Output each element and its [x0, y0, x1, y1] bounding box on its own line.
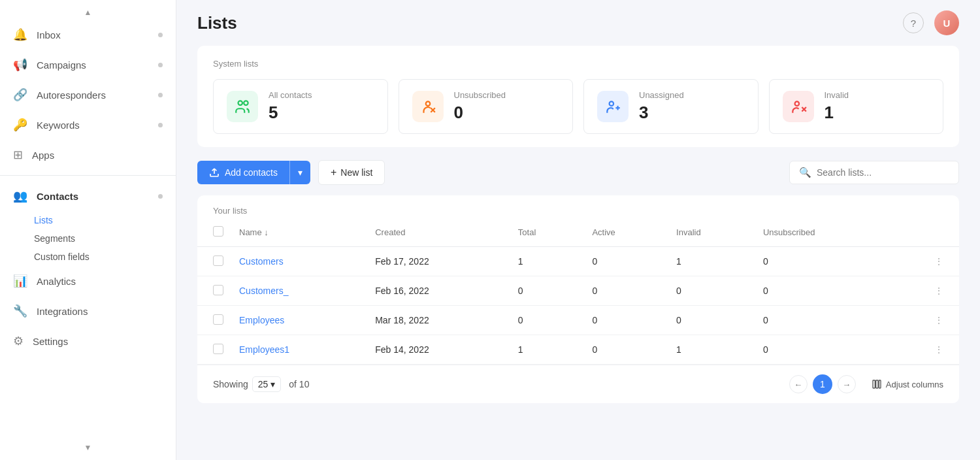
row-name[interactable]: Employees1 — [229, 335, 365, 365]
row-created: Feb 14, 2022 — [365, 335, 508, 365]
chevron-down-icon: ▾ — [298, 167, 302, 178]
row-actions[interactable]: ⋮ — [892, 306, 959, 335]
sidebar-divider — [0, 175, 176, 176]
row-unsubscribed: 0 — [753, 306, 892, 335]
add-contacts-dropdown[interactable]: ▾ — [290, 161, 310, 184]
sidebar-item-apps[interactable]: ⊞ Apps — [0, 140, 176, 170]
header-name[interactable]: Name ↓ — [229, 218, 365, 247]
header-active[interactable]: Active — [581, 218, 666, 247]
header-unsubscribed[interactable]: Unsubscribed — [753, 218, 892, 247]
system-list-unassigned[interactable]: Unassigned 3 — [583, 79, 759, 134]
sidebar-item-keywords[interactable]: 🔑 Keywords — [0, 110, 176, 140]
next-page-button[interactable]: → — [838, 375, 856, 393]
system-list-unsubscribed[interactable]: Unsubscribed 0 — [399, 79, 574, 134]
new-list-button[interactable]: + New list — [318, 160, 385, 185]
row-checkbox[interactable] — [213, 344, 223, 354]
integrations-icon: 🔧 — [13, 304, 27, 318]
unsubscribed-icon — [412, 91, 444, 122]
row-unsubscribed: 0 — [753, 335, 892, 365]
header-created[interactable]: Created — [365, 218, 508, 247]
row-invalid: 0 — [666, 306, 753, 335]
sidebar-item-custom-fields[interactable]: Custom fields — [0, 248, 176, 266]
row-checkbox[interactable] — [213, 285, 223, 295]
row-checkbox-cell — [197, 276, 229, 306]
main-content: Lists ? U System lists All contacts — [176, 0, 980, 460]
all-contacts-count: 5 — [269, 103, 312, 123]
sidebar-item-integrations[interactable]: 🔧 Integrations — [0, 296, 176, 326]
unassigned-count: 3 — [639, 103, 684, 123]
unassigned-icon — [597, 91, 629, 122]
sidebar-item-label: Settings — [33, 336, 68, 347]
add-contacts-button[interactable]: Add contacts ▾ — [197, 161, 310, 184]
total-col-label: Total — [518, 227, 536, 237]
pagination: ← 1 → — [789, 374, 856, 394]
autoresponders-dot — [158, 93, 163, 97]
sidebar-item-autoresponders[interactable]: 🔗 Autoresponders — [0, 80, 176, 110]
help-button[interactable]: ? — [903, 12, 924, 33]
sidebar-item-inbox[interactable]: 🔔 Inbox — [0, 20, 176, 50]
prev-page-button[interactable]: ← — [789, 375, 808, 393]
toolbar: Add contacts ▾ + New list 🔍 — [197, 160, 959, 185]
row-name[interactable]: Customers — [229, 247, 365, 276]
sidebar-item-analytics[interactable]: 📊 Analytics — [0, 266, 176, 296]
settings-icon: ⚙ — [13, 334, 24, 348]
chevron-down-icon: ▾ — [270, 379, 275, 389]
keywords-dot — [158, 123, 163, 127]
custom-fields-label: Custom fields — [34, 252, 90, 262]
row-active: 0 — [581, 306, 666, 335]
page-title: Lists — [197, 13, 237, 33]
adjust-columns-button[interactable]: Adjust columns — [872, 379, 943, 389]
apps-icon: ⊞ — [13, 148, 23, 162]
add-contacts-main: Add contacts — [197, 161, 289, 184]
header-total[interactable]: Total — [508, 218, 582, 247]
row-checkbox[interactable] — [213, 314, 223, 325]
plus-icon: + — [331, 167, 336, 178]
row-checkbox[interactable] — [213, 255, 223, 266]
new-list-label: New list — [340, 167, 372, 178]
row-active: 0 — [581, 276, 666, 306]
sidebar-item-campaigns[interactable]: 📢 Campaigns — [0, 50, 176, 80]
invalid-info: Invalid 1 — [825, 90, 849, 123]
help-icon: ? — [911, 18, 916, 29]
scroll-down-arrow[interactable]: ▼ — [0, 440, 176, 455]
table-footer: Showing 25 ▾ of 10 ← 1 → Adjust — [197, 365, 959, 403]
header-invalid[interactable]: Invalid — [666, 218, 753, 247]
select-all-checkbox[interactable] — [213, 226, 223, 237]
system-list-invalid[interactable]: Invalid 1 — [769, 79, 944, 134]
sidebar-item-label: Apps — [32, 150, 54, 161]
row-created: Mar 18, 2022 — [365, 306, 508, 335]
avatar[interactable]: U — [934, 10, 959, 35]
inbox-icon: 🔔 — [13, 27, 27, 42]
svg-rect-12 — [876, 380, 878, 388]
campaigns-icon: 📢 — [13, 58, 27, 72]
row-actions[interactable]: ⋮ — [892, 247, 959, 276]
system-list-all-contacts[interactable]: All contacts 5 — [213, 79, 388, 134]
row-active: 0 — [581, 247, 666, 276]
lists-table: Name ↓ Created Total Active — [197, 218, 959, 365]
sidebar-item-lists[interactable]: Lists — [0, 211, 176, 229]
row-total: 0 — [508, 306, 582, 335]
sidebar-item-contacts[interactable]: 👥 Contacts — [0, 181, 176, 211]
table-header: Name ↓ Created Total Active — [197, 218, 959, 247]
svg-rect-13 — [879, 380, 881, 388]
your-lists-title: Your lists — [197, 195, 959, 216]
header-actions: ? U — [903, 10, 959, 35]
row-actions[interactable]: ⋮ — [892, 276, 959, 306]
row-actions[interactable]: ⋮ — [892, 335, 959, 365]
per-page-select[interactable]: 25 ▾ — [252, 376, 282, 392]
row-invalid: 0 — [666, 276, 753, 306]
sidebar-item-segments[interactable]: Segments — [0, 229, 176, 248]
search-lists-input[interactable] — [817, 167, 949, 178]
page-1-button[interactable]: 1 — [813, 374, 832, 394]
sidebar-item-settings[interactable]: ⚙ Settings — [0, 326, 176, 356]
row-name[interactable]: Customers_ — [229, 276, 365, 306]
scroll-up-arrow[interactable]: ▲ — [0, 5, 176, 20]
lists-label: Lists — [34, 215, 53, 225]
svg-point-5 — [610, 101, 614, 106]
adjust-columns-icon — [872, 379, 882, 389]
invalid-icon — [783, 91, 814, 122]
unassigned-label: Unassigned — [639, 90, 684, 100]
sidebar-item-label: Campaigns — [37, 59, 86, 71]
row-name[interactable]: Employees — [229, 306, 365, 335]
row-checkbox-cell — [197, 247, 229, 276]
